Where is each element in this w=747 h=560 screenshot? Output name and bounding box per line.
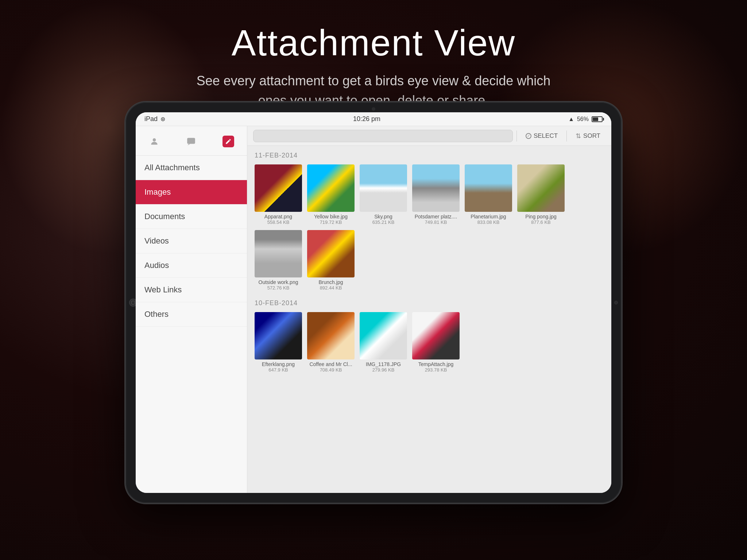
image-size: 833.08 KB [477,219,500,225]
image-size: 892.44 KB [320,285,342,291]
ipad-screen: iPad ⊛ 10:26 pm ▲ 56% [136,112,611,493]
image-thumbnail [360,164,407,212]
image-name: Potsdamer platz.... [412,214,460,219]
image-grid-2: Efterklang.png 647.9 KB Coffee and Mr Cl… [255,312,604,373]
image-name: Efterklang.png [255,361,302,367]
svg-rect-1 [187,138,196,144]
pencil-icon [225,138,232,145]
toolbar-divider [516,131,517,141]
svg-point-0 [152,138,156,141]
image-grid-1: Apparat.png 558.54 KB Yellow bike.jpg 71… [255,164,604,291]
list-item[interactable]: Efterklang.png 647.9 KB [255,312,302,373]
toolbar: ✓ SELECT ⇅ SORT [247,126,611,146]
person-icon [150,137,159,146]
date-section-1: 11-FEB-2014 Apparat.png 558.54 KB Yellow… [255,152,604,291]
list-item[interactable]: Brunch.jpg 892.44 KB [307,230,355,291]
sidebar-item-others[interactable]: Others [136,302,247,327]
search-bar[interactable] [253,130,513,142]
image-thumbnail [255,312,302,359]
image-name: TempAttach.jpg [412,361,460,367]
side-camera [614,301,618,304]
chat-icon [186,137,196,146]
image-size: 719.72 KB [320,219,342,225]
image-size: 635.21 KB [372,219,395,225]
image-thumbnail [465,164,512,212]
sidebar-item-web-links[interactable]: Web Links [136,278,247,302]
date-section-2: 10-FEB-2014 Efterklang.png 647.9 KB Coff… [255,299,604,373]
sidebar-item-videos[interactable]: Videos [136,229,247,253]
image-thumbnail [517,164,565,212]
list-item[interactable]: Apparat.png 558.54 KB [255,164,302,225]
image-size: 708.49 KB [320,367,342,373]
sidebar-item-documents[interactable]: Documents [136,205,247,229]
image-size: 647.9 KB [268,367,288,373]
list-item[interactable]: TempAttach.jpg 293.78 KB [412,312,460,373]
image-name: Brunch.jpg [307,279,355,285]
sidebar-nav: All Attachments Images Documents Videos … [136,156,247,493]
status-time: 10:26 pm [353,115,380,123]
select-icon: ✓ [526,133,531,139]
location-icon: ▲ [568,116,574,122]
select-button[interactable]: ✓ SELECT [520,130,563,142]
image-name: IMG_1178.JPG [360,361,407,367]
header-section: Attachment View See every attachment to … [0,0,747,110]
image-name: Ping pong.jpg [517,214,565,219]
status-left: iPad ⊛ [144,115,165,123]
list-item[interactable]: Yellow bike.jpg 719.72 KB [307,164,355,225]
sidebar: All Attachments Images Documents Videos … [136,126,247,493]
image-size: 279.96 KB [372,367,395,373]
main-panel: ✓ SELECT ⇅ SORT 11-FEB-2014 [247,126,611,493]
image-thumbnail [360,312,407,359]
person-icon-button[interactable] [146,133,162,149]
date-label-1: 11-FEB-2014 [255,152,604,159]
list-item[interactable]: Ping pong.jpg 877.6 KB [517,164,565,225]
sort-icon: ⇅ [576,132,581,140]
image-name: Yellow bike.jpg [307,214,355,219]
image-thumbnail [307,312,355,359]
image-name: Sky.png [360,214,407,219]
toolbar-divider-2 [566,131,567,141]
image-size: 558.54 KB [267,219,290,225]
sidebar-item-all-attachments[interactable]: All Attachments [136,156,247,180]
image-thumbnail [307,164,355,212]
image-thumbnail [255,164,302,212]
status-right: ▲ 56% [568,116,603,122]
battery-icon [592,116,603,122]
sidebar-item-audios[interactable]: Audios [136,253,247,278]
list-item[interactable]: Outside work.png 572.76 KB [255,230,302,291]
image-size: 877.6 KB [531,219,551,225]
image-size: 293.78 KB [425,367,447,373]
wifi-icon: ⊛ [160,116,165,122]
tag-icon-button[interactable] [220,133,236,149]
image-size: 749.81 KB [425,219,447,225]
image-size: 572.76 KB [267,285,290,291]
content-scroll[interactable]: 11-FEB-2014 Apparat.png 558.54 KB Yellow… [247,146,611,493]
tag-icon [222,136,234,147]
image-name: Outside work.png [255,279,302,285]
status-bar: iPad ⊛ 10:26 pm ▲ 56% [136,112,611,126]
list-item[interactable]: IMG_1178.JPG 279.96 KB [360,312,407,373]
chat-icon-button[interactable] [183,133,199,149]
date-label-2: 10-FEB-2014 [255,299,604,307]
image-name: Coffee and Mr Cl... [307,361,355,367]
image-name: Planetarium.jpg [465,214,512,219]
battery-fill [593,117,598,121]
image-thumbnail [412,312,460,359]
sidebar-icons-row [136,126,247,156]
ipad-frame: iPad ⊛ 10:26 pm ▲ 56% [125,102,622,503]
list-item[interactable]: Potsdamer platz.... 749.81 KB [412,164,460,225]
main-content: All Attachments Images Documents Videos … [136,126,611,493]
sidebar-item-images[interactable]: Images [136,180,247,205]
sort-button[interactable]: ⇅ SORT [570,130,605,142]
list-item[interactable]: Coffee and Mr Cl... 708.49 KB [307,312,355,373]
image-thumbnail [255,230,302,277]
list-item[interactable]: Planetarium.jpg 833.08 KB [465,164,512,225]
device-name: iPad [144,115,158,123]
battery-percent: 56% [577,116,589,122]
page-title: Attachment View [0,22,747,64]
front-camera [372,107,375,111]
image-name: Apparat.png [255,214,302,219]
list-item[interactable]: Sky.png 635.21 KB [360,164,407,225]
image-thumbnail [412,164,460,212]
image-thumbnail [307,230,355,277]
